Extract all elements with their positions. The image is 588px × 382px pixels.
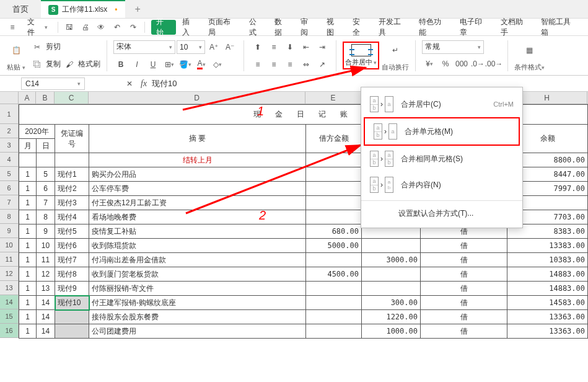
font-name-select[interactable]: 宋体▾ <box>113 40 175 54</box>
wrap-label: 自动换行 <box>382 63 409 72</box>
align-top-icon[interactable]: ⬆ <box>250 40 265 55</box>
tab-home[interactable]: 开始 <box>151 20 176 35</box>
file-menu[interactable]: 文件 ▾ <box>21 20 54 34</box>
tab-smart[interactable]: 智能工具箱 <box>536 20 583 35</box>
cut-label: 剪切 <box>46 42 61 52</box>
indent-left-icon[interactable]: ⇤ <box>299 40 314 55</box>
new-tab-button[interactable]: + <box>125 4 151 15</box>
fx-icon[interactable]: fx <box>141 79 147 89</box>
cancel-icon[interactable]: ✕ <box>122 76 137 91</box>
ribbon-tabs: 开始 插入 页面布局 公式 数据 审阅 视图 安全 开发工具 特色功能 电子印章… <box>151 20 583 35</box>
format-painter-icon[interactable]: 🖌 <box>62 57 77 72</box>
tab-layout[interactable]: 页面布局 <box>203 20 243 35</box>
merge-center-button[interactable]: 合并居中▾ <box>343 42 379 69</box>
merge-dropdown: ab›a 合并居中(C) Ctrl+M ab›a 合并单元格(M) ab›ab … <box>361 87 523 228</box>
ribbon: 📋 粘贴 ▾ ✂剪切 ⿻复制 🖌格式刷 宋体▾ 10▾ A⁺ A⁻ B I U … <box>0 36 588 76</box>
merge-same-option[interactable]: ab›ab 合并相同单元格(S) <box>361 146 522 172</box>
filename: 工作簿11.xlsx <box>62 4 107 15</box>
tab-stamp[interactable]: 电子印章 <box>455 20 494 35</box>
tab-dev[interactable]: 开发工具 <box>374 20 413 35</box>
increase-font-icon[interactable]: A⁺ <box>206 40 221 55</box>
tab-data[interactable]: 数据 <box>270 20 294 35</box>
align-center-icon[interactable]: ≡ <box>266 57 281 72</box>
spreadsheet-icon: S <box>48 5 58 15</box>
align-right-icon[interactable]: ≡ <box>283 57 297 72</box>
tab-review[interactable]: 审阅 <box>296 20 320 35</box>
cond-format-icon[interactable]: ▦ <box>519 39 541 61</box>
merge-center-option[interactable]: ab›a 合并居中(C) Ctrl+M <box>361 91 522 117</box>
bold-icon[interactable]: B <box>113 57 128 72</box>
merge-cells-option[interactable]: ab›a 合并单元格(M) <box>364 117 520 146</box>
tab-security[interactable]: 安全 <box>348 20 372 35</box>
annotation-2: 2 <box>259 208 266 223</box>
save-icon[interactable]: 🖫 <box>62 20 77 34</box>
tab-feature[interactable]: 特色功能 <box>414 20 454 35</box>
name-box[interactable]: C14▾ <box>21 78 85 90</box>
cut-icon[interactable]: ✂ <box>30 40 45 55</box>
fill-color-icon[interactable]: 🪣▾ <box>178 57 193 72</box>
wrap-text-icon[interactable]: ↵ <box>384 39 406 61</box>
unsaved-indicator: • <box>115 6 117 14</box>
print-icon[interactable]: 🖨 <box>78 20 93 34</box>
comma-icon[interactable]: 000 <box>454 56 469 71</box>
decrease-font-icon[interactable]: A⁻ <box>222 40 237 55</box>
orientation-icon[interactable]: ↗ <box>315 57 330 72</box>
dec-decimal-icon[interactable]: .00→ <box>486 56 501 71</box>
paste-icon[interactable]: 📋 <box>5 39 27 61</box>
home-tab[interactable]: 首页 <box>0 0 41 18</box>
merge-content-option[interactable]: ab›ab 合并内容(N) <box>361 172 522 198</box>
font-size-select[interactable]: 10▾ <box>177 40 205 54</box>
inc-decimal-icon[interactable]: .0→ <box>470 56 485 71</box>
percent-icon[interactable]: % <box>438 56 453 71</box>
merge-default-option[interactable]: 设置默认合并方式(T)... <box>361 203 522 224</box>
italic-icon[interactable]: I <box>129 57 144 72</box>
annotation-1: 1 <box>257 104 264 118</box>
tab-insert[interactable]: 插入 <box>177 20 202 35</box>
title-bar: 首页 S 工作簿11.xlsx • + <box>0 0 588 19</box>
copy-label: 复制 <box>46 59 61 69</box>
paste-label: 粘贴 ▾ <box>7 63 25 72</box>
preview-icon[interactable]: 👁 <box>94 20 109 34</box>
font-color-icon[interactable]: A▾ <box>194 57 209 72</box>
underline-icon[interactable]: U <box>146 57 160 72</box>
currency-icon[interactable]: ¥▾ <box>422 56 437 71</box>
align-left-icon[interactable]: ≡ <box>250 57 265 72</box>
menu-toggle[interactable]: ≡ <box>5 20 20 34</box>
merge-center-icon <box>351 44 371 56</box>
undo-icon[interactable]: ↶ <box>110 20 125 34</box>
number-format-select[interactable]: 常规▾ <box>422 40 484 54</box>
border-icon[interactable]: ⊞▾ <box>162 57 177 72</box>
redo-icon[interactable]: ↷ <box>126 20 141 34</box>
tab-formula[interactable]: 公式 <box>244 20 269 35</box>
clear-format-icon[interactable]: ◇▾ <box>210 57 225 72</box>
align-bottom-icon[interactable]: ⬇ <box>283 40 297 55</box>
merge-across-icon[interactable]: ⇔ <box>299 57 314 72</box>
file-tab[interactable]: S 工作簿11.xlsx • <box>41 0 125 18</box>
tab-view[interactable]: 视图 <box>322 20 346 35</box>
copy-icon[interactable]: ⿻ <box>30 57 45 72</box>
align-middle-icon[interactable]: ≡ <box>266 40 281 55</box>
tab-doc-helper[interactable]: 文档助手 <box>496 20 535 35</box>
format-painter-label: 格式刷 <box>78 59 100 69</box>
indent-right-icon[interactable]: ⇥ <box>315 40 330 55</box>
menu-bar: ≡ 文件 ▾ 🖫 🖨 👁 ↶ ↷ 开始 插入 页面布局 公式 数据 审阅 视图 … <box>0 19 588 36</box>
cond-format-label: 条件格式▾ <box>514 63 545 72</box>
